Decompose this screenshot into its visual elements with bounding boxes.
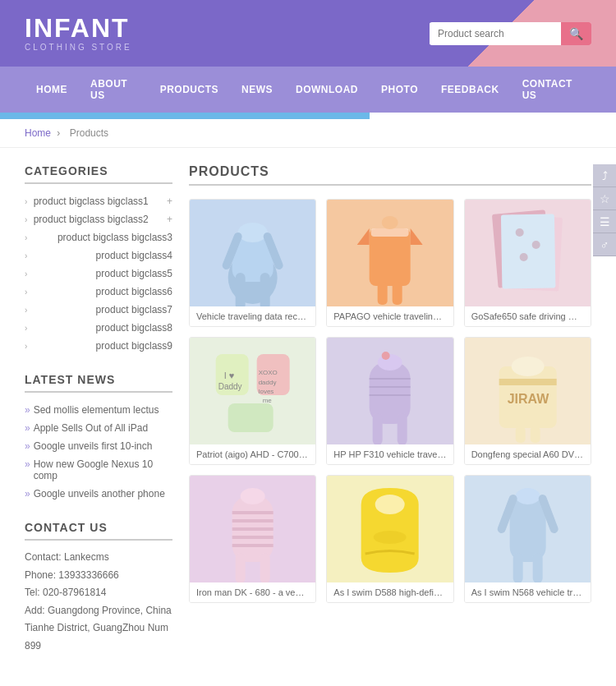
main-content: CATEGORIES › product bigclass bigclass1 … xyxy=(0,148,616,686)
products-title: PRODUCTS xyxy=(189,164,591,186)
nav-download[interactable]: DOWNLOAD xyxy=(284,72,370,107)
cat-item-9[interactable]: › product bigclass9 xyxy=(25,337,172,355)
svg-text:daddy: daddy xyxy=(259,379,277,386)
cat-item-4[interactable]: › product bigclass4 xyxy=(25,246,172,265)
breadcrumb-separator: › xyxy=(57,127,60,139)
nav-contact[interactable]: CONTACT US xyxy=(511,67,591,113)
latest-news-title: LATEST NEWS xyxy=(25,373,172,393)
nav-about[interactable]: ABOUT US xyxy=(79,67,149,113)
nav-feedback[interactable]: FEEDBACK xyxy=(430,72,511,107)
svg-point-18 xyxy=(531,241,540,249)
svg-text:XOXO: XOXO xyxy=(259,369,278,376)
contact-title: CONTACT US xyxy=(25,521,172,541)
breadcrumb: Home › Products xyxy=(0,119,616,148)
svg-marker-9 xyxy=(411,228,423,245)
news-item-2[interactable]: Apple Sells Out of All iPad xyxy=(25,419,172,437)
svg-rect-11 xyxy=(393,282,402,305)
product-img-9 xyxy=(465,476,591,582)
bookmark-icon[interactable]: ☆ xyxy=(593,187,616,210)
product-img-4: I ♥ Daddy XOXO daddy loves me xyxy=(190,338,315,444)
contact-address: Add: Guangdong Province, China Tianhe Di… xyxy=(25,602,172,656)
search-box: 🔍 xyxy=(430,22,591,45)
logo-sub: CLOTHING STORE xyxy=(25,43,132,52)
svg-point-40 xyxy=(511,357,544,376)
svg-point-2 xyxy=(238,223,268,242)
product-name-2: PAPAGO vehicle traveling data xyxy=(327,306,453,326)
categories-title: CATEGORIES xyxy=(25,164,172,184)
product-card-7[interactable]: Iron man DK - 680 - a vehicle xyxy=(189,475,316,603)
nav-products[interactable]: PRODUCTS xyxy=(149,72,230,107)
search-input[interactable] xyxy=(430,23,561,44)
product-img-3 xyxy=(465,200,591,306)
svg-rect-41 xyxy=(515,426,525,443)
news-item-4[interactable]: How new Google Nexus 10 comp xyxy=(25,455,172,485)
product-img-6: JIRAW xyxy=(465,338,591,444)
cat-item-8[interactable]: › product bigclass8 xyxy=(25,319,172,337)
svg-point-55 xyxy=(515,488,540,504)
list-icon[interactable]: ☰ xyxy=(593,210,616,233)
product-card-4[interactable]: I ♥ Daddy XOXO daddy loves me Patriot (a… xyxy=(189,337,316,465)
product-card-3[interactable]: GoSafe650 safe driving multi-f xyxy=(464,199,591,327)
svg-point-17 xyxy=(515,228,523,237)
svg-rect-39 xyxy=(499,379,556,385)
cat-item-5[interactable]: › product bigclass5 xyxy=(25,265,172,283)
product-card-2[interactable]: PAPAGO vehicle traveling data xyxy=(326,199,453,327)
nav-photo[interactable]: PHOTO xyxy=(370,72,430,107)
news-item-3[interactable]: Google unveils first 10-inch xyxy=(25,437,172,455)
product-name-5: HP HP F310 vehicle traveling d xyxy=(327,444,453,464)
svg-point-34 xyxy=(382,352,390,360)
svg-rect-42 xyxy=(530,426,540,443)
product-img-2 xyxy=(327,200,453,306)
svg-point-52 xyxy=(375,495,405,514)
contact-name: Contact: Lankecms xyxy=(25,549,172,567)
main-nav: HOME ABOUT US PRODUCTS NEWS DOWNLOAD PHO… xyxy=(0,67,616,113)
latest-news-section: LATEST NEWS Sed mollis elementum lectus … xyxy=(25,373,172,503)
breadcrumb-home[interactable]: Home xyxy=(25,127,51,139)
svg-point-13 xyxy=(382,216,398,229)
product-img-8 xyxy=(327,476,453,582)
product-img-7 xyxy=(190,476,315,582)
contact-phone: Phone: 13933336666 xyxy=(25,567,172,585)
cat-item-2[interactable]: › product bigclass bigclass2 + xyxy=(25,210,172,228)
product-name-4: Patriot (aigo) AHD - C700 1080 xyxy=(190,444,315,464)
user-icon[interactable]: ♂ xyxy=(593,233,616,256)
breadcrumb-current: Products xyxy=(70,127,108,139)
svg-text:I ♥: I ♥ xyxy=(224,371,235,380)
cat-item-7[interactable]: › product bigclass7 xyxy=(25,301,172,319)
sidebar: CATEGORIES › product bigclass bigclass1 … xyxy=(25,164,172,674)
svg-rect-10 xyxy=(378,282,388,305)
product-card-5[interactable]: HP HP F310 vehicle traveling d xyxy=(326,337,453,465)
share-icon[interactable]: ⤴ xyxy=(593,164,616,187)
cat-item-3[interactable]: › product bigclass bigclass3 xyxy=(25,228,172,246)
product-name-7: Iron man DK - 680 - a vehicle xyxy=(190,582,315,602)
product-name-3: GoSafe650 safe driving multi-f xyxy=(465,306,591,326)
product-card-6[interactable]: JIRAW Dongfeng special A60 DVD navig xyxy=(464,337,591,465)
contact-info: Contact: Lankecms Phone: 13933336666 Tel… xyxy=(25,549,172,656)
product-name-8: As I swim D588 high-definition xyxy=(327,582,453,602)
product-card-9[interactable]: As I swim N568 vehicle traveli xyxy=(464,475,591,603)
search-button[interactable]: 🔍 xyxy=(561,22,591,45)
svg-rect-12 xyxy=(371,228,409,237)
cat-item-1[interactable]: › product bigclass bigclass1 + xyxy=(25,192,172,210)
nav-news[interactable]: NEWS xyxy=(230,72,284,107)
product-name-9: As I swim N568 vehicle traveli xyxy=(465,582,591,602)
products-area: PRODUCTS Vehicle traveling data recorde xyxy=(189,164,591,674)
product-card-8[interactable]: As I swim D588 high-definition xyxy=(326,475,453,603)
product-card-1[interactable]: Vehicle traveling data recorde xyxy=(189,199,316,327)
categories-section: CATEGORIES › product bigclass bigclass1 … xyxy=(25,164,172,355)
news-item-1[interactable]: Sed mollis elementum lectus xyxy=(25,401,172,419)
svg-point-33 xyxy=(378,354,402,371)
product-name-1: Vehicle traveling data recorde xyxy=(190,306,315,326)
svg-rect-7 xyxy=(370,228,411,286)
cat-item-6[interactable]: › product bigclass6 xyxy=(25,283,172,301)
news-item-5[interactable]: Google unveils another phone xyxy=(25,485,172,503)
contact-section: CONTACT US Contact: Lankecms Phone: 1393… xyxy=(25,521,172,656)
header: INFANT CLOTHING STORE 🔍 xyxy=(0,0,616,67)
svg-text:JIRAW: JIRAW xyxy=(507,392,549,406)
svg-text:Daddy: Daddy xyxy=(218,382,242,391)
svg-point-19 xyxy=(519,253,527,261)
nav-home[interactable]: HOME xyxy=(25,72,79,107)
svg-text:me: me xyxy=(263,397,273,404)
svg-rect-16 xyxy=(501,214,556,288)
svg-text:loves: loves xyxy=(259,388,274,395)
